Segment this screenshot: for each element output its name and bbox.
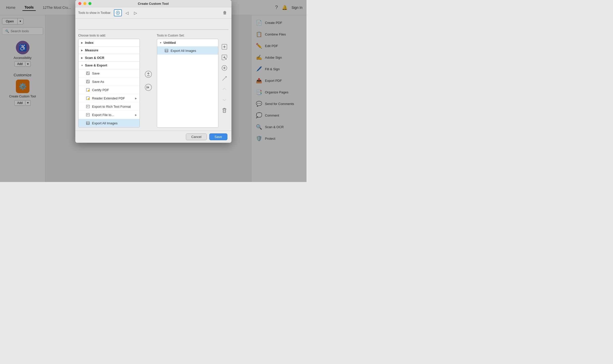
add-to-set-right-icon [145, 84, 152, 91]
svg-rect-13 [86, 105, 89, 108]
rename-button[interactable] [220, 75, 228, 83]
transfer-buttons [142, 34, 155, 128]
submenu-arrow-reader: ▶ [135, 97, 137, 100]
category-measure-label: Measure [85, 48, 98, 52]
custom-set-name: Untitled [164, 41, 176, 45]
export-file-icon [86, 113, 90, 117]
transfer-right-button[interactable] [144, 83, 153, 92]
left-panel: Choose tools to add: ▶ Index ▶ Measure ▶ [78, 34, 140, 128]
svg-rect-5 [87, 73, 89, 75]
modal-overlay: Create Custom Tool Tools to show in Tool… [0, 0, 306, 182]
toolbar-drop-area [78, 20, 228, 30]
svg-point-12 [88, 98, 89, 100]
forward-button[interactable]: ▷ [132, 9, 139, 16]
certify-pdf-icon [86, 88, 90, 92]
custom-set-export-images-label: Export All Images [171, 49, 196, 53]
tool-export-rich-text[interactable]: Export to Rich Text Format [79, 102, 140, 111]
expand-arrow-custom-set: ▼ [160, 42, 162, 44]
svg-rect-28 [165, 49, 168, 52]
add-group-icon [221, 44, 227, 50]
svg-line-43 [222, 77, 226, 81]
save-icon [86, 71, 90, 76]
add-separator-button[interactable] [220, 64, 228, 72]
tools-list: ▶ Index ▶ Measure ▶ Scan & OCR [78, 39, 140, 128]
add-group-button[interactable] [220, 43, 228, 51]
submenu-arrow-export: ▶ [135, 114, 137, 116]
delete-toolbar-button[interactable]: 🗑 [221, 9, 228, 16]
minimize-button[interactable] [83, 2, 86, 5]
modal-toolbar: Tools to show in Toolbar: ◁ ▷ 🗑 [75, 7, 231, 19]
left-panel-header: Choose tools to add: [78, 34, 140, 37]
tool-save-label: Save [92, 71, 100, 75]
add-toolbar-icon [116, 11, 120, 15]
cancel-button[interactable]: Cancel [186, 133, 207, 140]
right-panel: Tools in Custom Set: ▼ Untitled Export A… [157, 34, 218, 128]
modal-window: Create Custom Tool Tools to show in Tool… [75, 0, 231, 143]
custom-set-group[interactable]: ▼ Untitled [157, 39, 218, 47]
category-index-label: Index [85, 41, 94, 45]
add-item-icon [221, 54, 227, 60]
category-measure[interactable]: ▶ Measure [79, 47, 140, 54]
add-item-button[interactable] [220, 53, 228, 61]
svg-point-10 [88, 90, 89, 91]
custom-set-item-export-images[interactable]: Export All Images [157, 47, 218, 55]
tool-export-all-images[interactable]: Export All Images [79, 119, 140, 127]
tool-reader-extended-label: Reader Extended PDF [92, 96, 125, 100]
tool-export-file-to[interactable]: Export File to... ▶ [79, 111, 140, 119]
expand-arrow-save-export: ▼ [81, 64, 84, 67]
category-save-export[interactable]: ▼ Save & Export [79, 62, 140, 69]
custom-set-export-images-icon [164, 48, 169, 53]
right-panel-header: Tools in Custom Set: [157, 34, 218, 37]
expand-arrow-scan-ocr: ▶ [81, 57, 84, 59]
tool-reader-extended[interactable]: Reader Extended PDF ▶ [79, 94, 140, 102]
category-scan-ocr[interactable]: ▶ Scan & OCR [79, 54, 140, 62]
close-button[interactable] [78, 2, 81, 5]
move-down-button[interactable] [220, 96, 228, 104]
svg-rect-8 [87, 82, 89, 83]
svg-rect-44 [223, 109, 226, 113]
export-rich-text-icon [86, 104, 90, 109]
export-all-images-icon [86, 121, 90, 125]
tool-save-as[interactable]: Save As [79, 78, 140, 86]
svg-rect-7 [87, 80, 88, 81]
rename-icon [221, 76, 227, 82]
svg-rect-4 [87, 72, 88, 73]
category-scan-ocr-label: Scan & OCR [85, 56, 105, 60]
modal-footer: Cancel Save [75, 131, 231, 143]
tool-save[interactable]: Save [79, 69, 140, 78]
modal-titlebar: Create Custom Tool [75, 0, 231, 7]
back-button[interactable]: ◁ [123, 9, 130, 16]
delete-item-button[interactable] [220, 106, 228, 114]
maximize-button[interactable] [88, 2, 91, 5]
tool-export-rich-text-label: Export to Rich Text Format [92, 105, 131, 108]
category-index[interactable]: ▶ Index [79, 39, 140, 47]
svg-rect-19 [86, 122, 89, 125]
expand-arrow-index: ▶ [81, 42, 84, 44]
side-controls [220, 34, 228, 128]
move-up-icon [221, 86, 227, 92]
delete-icon [221, 107, 227, 113]
modal-title: Create Custom Tool [138, 2, 169, 6]
tool-save-as-label: Save As [92, 80, 104, 84]
move-up-button[interactable] [220, 85, 228, 93]
custom-set-list: ▼ Untitled Export All Images [157, 39, 218, 128]
svg-rect-16 [86, 113, 89, 116]
tool-export-all-images-label: Export All Images [92, 121, 118, 125]
expand-arrow-measure: ▶ [81, 49, 84, 52]
transfer-up-button[interactable] [144, 70, 153, 79]
save-button[interactable]: Save [209, 133, 227, 140]
add-separator-icon [221, 65, 227, 71]
add-to-toolbar-button[interactable] [114, 9, 122, 16]
toolbar-label: Tools to show in Toolbar: [78, 11, 111, 15]
panels-area: Choose tools to add: ▶ Index ▶ Measure ▶ [75, 31, 231, 131]
add-to-set-up-icon [145, 71, 152, 78]
tool-certify-pdf-label: Certify PDF [92, 88, 109, 92]
tool-certify-pdf[interactable]: Certify PDF [79, 86, 140, 94]
save-as-icon [86, 79, 90, 84]
category-save-export-label: Save & Export [85, 63, 107, 67]
move-down-icon [221, 97, 227, 103]
tool-export-file-to-label: Export File to... [92, 113, 114, 117]
reader-extended-icon [86, 96, 90, 100]
